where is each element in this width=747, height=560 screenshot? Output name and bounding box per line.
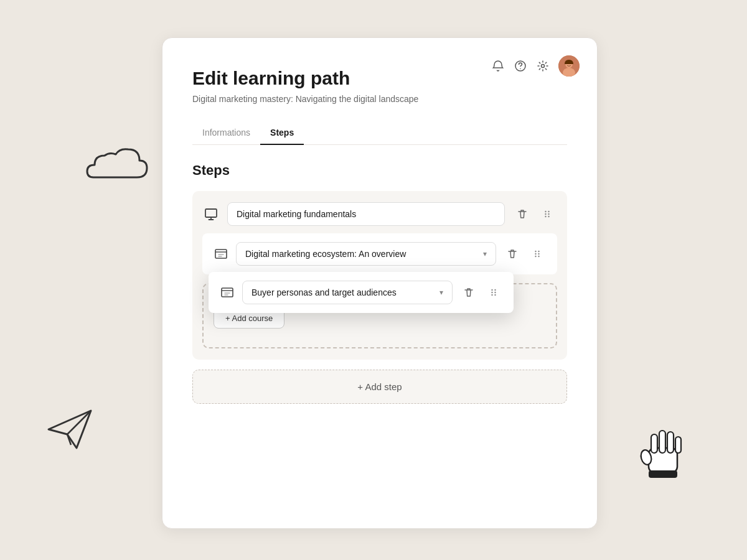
svg-point-20 xyxy=(538,253,539,254)
hand-cursor-decoration xyxy=(635,423,691,485)
svg-rect-8 xyxy=(205,209,217,217)
page-content: Edit learning path Digital marketing mas… xyxy=(162,38,597,429)
drag-floating-course-button[interactable] xyxy=(484,282,504,302)
floating-dragged-card: Buyer personas and target audiences ▾ xyxy=(209,272,514,313)
svg-point-17 xyxy=(535,253,536,254)
delete-step-1-button[interactable] xyxy=(512,204,532,224)
floating-card-actions xyxy=(459,282,504,302)
course-type-icon xyxy=(212,245,230,263)
drag-course-1-button[interactable] xyxy=(527,244,547,264)
course-card-1: Digital marketing ecosystem: An overview… xyxy=(202,233,557,274)
svg-point-28 xyxy=(494,294,496,295)
steps-area: Digital marketing ecosystem: An overview… xyxy=(192,191,567,404)
course-name-1: Digital marketing ecosystem: An overview xyxy=(245,249,406,259)
notification-icon[interactable] xyxy=(491,59,505,73)
floating-course-select[interactable]: Buyer personas and target audiences ▾ xyxy=(242,281,453,304)
chevron-down-icon: ▾ xyxy=(483,250,487,258)
svg-point-21 xyxy=(538,255,539,256)
svg-point-26 xyxy=(494,289,496,290)
svg-point-11 xyxy=(545,215,546,217)
steps-section-title: Steps xyxy=(192,162,567,179)
drag-step-1-button[interactable] xyxy=(537,204,557,224)
course-1-actions xyxy=(502,244,547,264)
svg-rect-30 xyxy=(651,434,657,453)
floating-chevron-icon: ▾ xyxy=(439,288,443,297)
delete-floating-course-button[interactable] xyxy=(459,282,479,302)
svg-point-19 xyxy=(538,250,539,251)
avatar[interactable] xyxy=(558,55,580,77)
svg-rect-22 xyxy=(222,288,233,297)
step-name-input[interactable] xyxy=(227,202,505,226)
svg-point-18 xyxy=(535,255,536,256)
tabs-container: Informations Steps xyxy=(192,121,567,145)
svg-rect-33 xyxy=(675,437,681,453)
step-type-icon xyxy=(202,205,220,223)
svg-point-14 xyxy=(548,215,549,217)
svg-point-10 xyxy=(545,213,546,214)
step-card-1: Digital marketing ecosystem: An overview… xyxy=(192,191,567,360)
header-icons xyxy=(491,55,580,77)
floating-course-icon xyxy=(218,284,236,301)
svg-rect-15 xyxy=(215,250,227,258)
delete-course-1-button[interactable] xyxy=(502,244,522,264)
svg-point-1 xyxy=(520,68,521,70)
cloud-decoration xyxy=(81,143,162,187)
svg-point-23 xyxy=(491,289,492,290)
step-row-1 xyxy=(202,202,557,226)
svg-rect-35 xyxy=(649,470,677,478)
svg-point-27 xyxy=(494,291,496,292)
settings-icon[interactable] xyxy=(536,59,550,73)
add-step-button[interactable]: + Add step xyxy=(192,370,567,404)
main-card: Edit learning path Digital marketing mas… xyxy=(162,37,598,529)
help-icon[interactable] xyxy=(514,59,527,73)
tab-steps[interactable]: Steps xyxy=(260,121,304,145)
svg-point-9 xyxy=(545,210,546,212)
tab-informations[interactable]: Informations xyxy=(192,121,260,145)
svg-point-2 xyxy=(542,65,545,68)
course-row-1: Digital marketing ecosystem: An overview… xyxy=(212,242,547,266)
svg-point-13 xyxy=(548,213,549,214)
svg-point-24 xyxy=(491,291,492,292)
course-select-1[interactable]: Digital marketing ecosystem: An overview… xyxy=(236,242,496,266)
floating-course-name: Buyer personas and target audiences xyxy=(251,287,397,297)
step-1-actions xyxy=(512,204,557,224)
svg-rect-32 xyxy=(667,432,674,453)
svg-point-25 xyxy=(491,294,492,295)
svg-rect-31 xyxy=(659,431,665,453)
svg-point-12 xyxy=(548,210,549,212)
page-subtitle: Digital marketing mastery: Navigating th… xyxy=(192,94,567,104)
svg-point-16 xyxy=(535,250,536,251)
plane-decoration xyxy=(42,404,98,454)
